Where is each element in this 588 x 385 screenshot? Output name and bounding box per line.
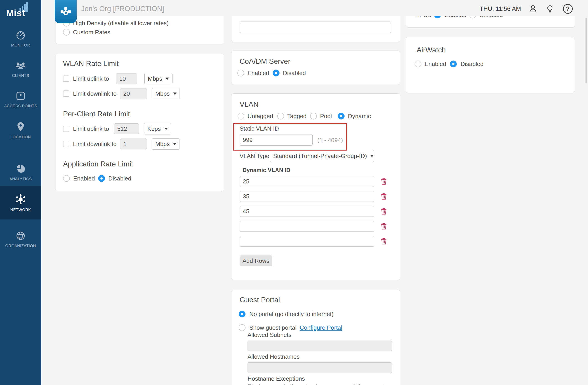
dynamic-vlan-input-1[interactable] xyxy=(240,176,374,187)
sidebar-item-label: ACCESS POINTS xyxy=(4,104,37,108)
wlan-downlink-unit-value: Mbps xyxy=(155,90,170,97)
client-uplink-input[interactable] xyxy=(114,123,139,134)
allowed-subnets-input[interactable] xyxy=(248,341,392,351)
chevron-down-icon xyxy=(370,155,374,157)
mist-logo[interactable]: Mist xyxy=(0,1,41,21)
chevron-down-icon xyxy=(166,78,169,80)
delete-row-icon[interactable] xyxy=(381,208,387,215)
application-rate-limit-title: Application Rate Limit xyxy=(63,158,133,169)
allowed-subnets-label: Allowed Subnets xyxy=(248,330,292,340)
app-rate-enabled-radio[interactable] xyxy=(63,175,70,182)
wlan-uplink-input[interactable] xyxy=(116,73,137,84)
coa-enabled-label: Enabled xyxy=(248,68,269,78)
delete-row-icon[interactable] xyxy=(381,223,387,230)
dynamic-vlan-input-2[interactable] xyxy=(240,191,374,202)
sidebar-item-label: NETWORK xyxy=(10,208,31,212)
vlan-untagged-radio[interactable] xyxy=(238,113,244,120)
wlan-downlink-input[interactable] xyxy=(120,88,147,99)
delete-row-icon[interactable] xyxy=(381,238,387,245)
sidebar-item-label: LOCATION xyxy=(10,135,31,139)
coa-enabled-radio[interactable] xyxy=(237,70,244,76)
sidebar-item-access-points[interactable]: ACCESS POINTS xyxy=(0,84,41,115)
wlan-downlink-checkbox[interactable] xyxy=(63,90,69,97)
client-uplink-checkbox[interactable] xyxy=(63,126,69,132)
network-hex-icon xyxy=(15,193,27,205)
org-title: Jon's Org [PRODUCTION] xyxy=(81,0,164,18)
add-rows-button[interactable]: Add Rows xyxy=(240,256,272,266)
client-downlink-checkbox[interactable] xyxy=(63,141,69,147)
whats-new-button[interactable] xyxy=(546,0,554,18)
vlan-dynamic-radio[interactable] xyxy=(338,113,345,120)
vlan-pool-label: Pool xyxy=(320,111,332,121)
show-guest-portal-radio[interactable] xyxy=(239,324,246,331)
sidebar-item-network[interactable]: NETWORK xyxy=(0,186,41,219)
header-time: THU, 11:56 AM xyxy=(480,0,521,18)
wlan-uplink-unit-select[interactable]: Mbps xyxy=(144,73,172,84)
vlan-title: VLAN xyxy=(240,99,259,110)
no-portal-radio[interactable] xyxy=(239,311,246,318)
client-downlink-unit-value: Mbps xyxy=(155,141,170,148)
custom-rates-label: Custom Rates xyxy=(73,27,110,37)
dynamic-vlan-input-3[interactable] xyxy=(240,206,374,217)
clipped-top-input[interactable] xyxy=(240,21,391,33)
client-uplink-unit-value: Kbps xyxy=(147,125,161,132)
mist-logo-text: Mist xyxy=(6,8,25,18)
high-density-label: High Density (disable all lower rates) xyxy=(73,18,169,28)
airwatch-enabled-label: Enabled xyxy=(424,59,446,69)
access-points-icon xyxy=(15,90,26,102)
vlan-dynamic-label: Dynamic xyxy=(348,111,371,121)
analytics-pie-icon xyxy=(15,163,26,175)
client-uplink-unit-select[interactable]: Kbps xyxy=(144,123,171,134)
static-vlan-range-hint: (1 - 4094) xyxy=(317,135,343,145)
sidebar-item-analytics[interactable]: ANALYTICS xyxy=(0,156,41,188)
airwatch-disabled-radio[interactable] xyxy=(450,61,457,67)
wlan-uplink-checkbox[interactable] xyxy=(63,76,69,82)
coa-disabled-radio[interactable] xyxy=(273,70,279,76)
dynamic-vlan-input-4[interactable] xyxy=(240,221,374,232)
vlan-type-value: Standard (Tunnel-Private-Group-ID) xyxy=(273,153,367,160)
app-rate-enabled-label: Enabled xyxy=(73,173,95,183)
chevron-down-icon xyxy=(164,128,168,130)
vertical-scrollbar[interactable] xyxy=(586,18,587,84)
sidebar-item-organization[interactable]: ORGANIZATION xyxy=(0,223,41,255)
account-button[interactable] xyxy=(529,0,537,18)
org-network-icon xyxy=(60,5,72,18)
wlan-downlink-unit-select[interactable]: Mbps xyxy=(152,88,180,99)
dynamic-vlan-input-5[interactable] xyxy=(240,236,374,247)
allowed-hostnames-input[interactable] xyxy=(248,362,392,373)
organization-globe-icon xyxy=(15,230,26,241)
sidebar-item-label: CLIENTS xyxy=(12,73,29,78)
wlan-downlink-label: Limit downlink to xyxy=(73,89,117,99)
coa-disabled-label: Disabled xyxy=(283,68,306,78)
sidebar-nav: Mist MONITOR CLIENTS ACCES xyxy=(0,0,41,385)
chevron-down-icon xyxy=(173,92,177,95)
custom-rates-radio[interactable] xyxy=(63,29,70,36)
no-portal-label: No portal (go directly to internet) xyxy=(249,309,334,319)
allowed-hostnames-label: Allowed Hostnames xyxy=(248,352,300,362)
client-uplink-label: Limit uplink to xyxy=(73,124,109,134)
delete-row-icon[interactable] xyxy=(381,193,387,200)
configure-portal-link[interactable]: Configure Portal xyxy=(300,324,342,331)
hostname-exceptions-help: Block access to these hostnames, even if… xyxy=(248,381,384,385)
help-button[interactable]: ? xyxy=(563,0,573,18)
vlan-tagged-radio[interactable] xyxy=(277,113,284,120)
airwatch-disabled-label: Disabled xyxy=(461,59,483,69)
svg-text:?: ? xyxy=(566,5,570,12)
client-downlink-unit-select[interactable]: Mbps xyxy=(152,138,180,150)
sidebar-item-location[interactable]: LOCATION xyxy=(0,114,41,146)
app-rate-disabled-radio[interactable] xyxy=(98,175,105,182)
help-icon: ? xyxy=(563,4,573,14)
vlan-pool-radio[interactable] xyxy=(310,113,317,120)
airwatch-enabled-radio[interactable] xyxy=(415,61,421,67)
lightbulb-icon xyxy=(546,5,554,13)
wlan-uplink-label: Limit uplink to xyxy=(73,74,109,84)
static-vlan-input[interactable] xyxy=(240,134,313,146)
per-client-rate-limit-title: Per-Client Rate Limit xyxy=(63,108,130,119)
org-tile-button[interactable] xyxy=(55,0,77,23)
sidebar-item-monitor[interactable]: MONITOR xyxy=(0,23,41,54)
sidebar-item-clients[interactable]: CLIENTS xyxy=(0,53,41,85)
delete-row-icon[interactable] xyxy=(381,178,387,185)
app-rate-disabled-label: Disabled xyxy=(108,173,131,183)
vlan-type-select[interactable]: Standard (Tunnel-Private-Group-ID) xyxy=(270,150,374,162)
client-downlink-input[interactable] xyxy=(120,139,147,150)
